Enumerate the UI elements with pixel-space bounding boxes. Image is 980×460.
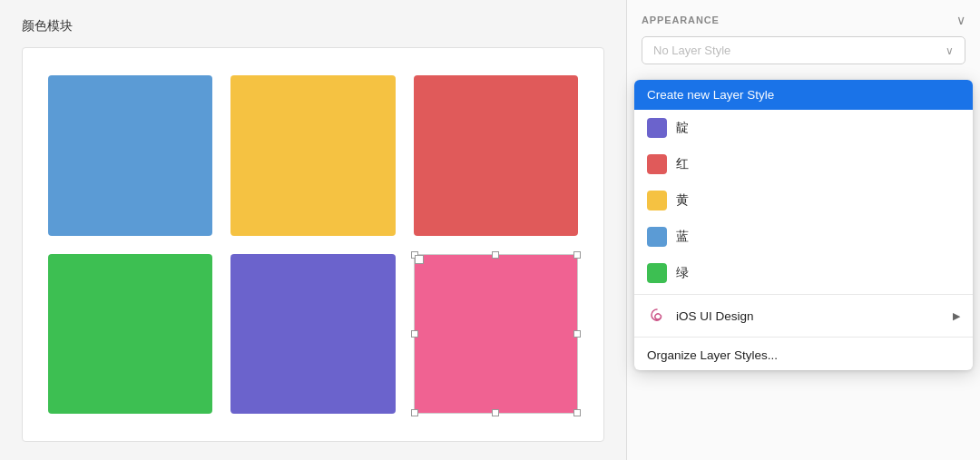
style-label-jing: 靛: [676, 120, 689, 136]
layer-style-menu: Create new Layer Style 靛 红 黄 蓝 绿: [634, 80, 973, 370]
swatch-green: [647, 263, 667, 283]
right-panel: APPEARANCE ∨ No Layer Style ∨ Create new…: [626, 0, 980, 460]
canvas-title: 颜色模块: [22, 18, 604, 34]
handle-mr[interactable]: [573, 330, 581, 338]
ios-ui-label: iOS UI Design: [676, 309, 754, 323]
color-block-red[interactable]: [414, 75, 578, 236]
swatch-yellow: [647, 191, 667, 210]
handle-tl[interactable]: [411, 251, 418, 259]
organize-label: Organize Layer Styles...: [647, 348, 778, 362]
handle-bm[interactable]: [492, 409, 499, 416]
dropdown-divider-1: [634, 294, 973, 295]
left-panel: 颜色模块: [0, 0, 626, 460]
style-label-hong: 红: [676, 156, 689, 172]
color-block-blue[interactable]: [48, 75, 212, 236]
ios-ui-design-item[interactable]: iOS UI Design ▶: [634, 298, 973, 334]
handle-br[interactable]: [573, 409, 581, 416]
create-new-layer-style-item[interactable]: Create new Layer Style: [634, 80, 973, 110]
style-item-jing[interactable]: 靛: [634, 110, 973, 146]
color-block-pink[interactable]: [414, 254, 578, 415]
swatch-purple: [647, 118, 667, 138]
handle-bl[interactable]: [411, 409, 418, 416]
style-label-lv: 绿: [676, 265, 689, 281]
ios-ui-icon: [647, 306, 667, 326]
style-item-lan[interactable]: 蓝: [634, 219, 973, 255]
layer-style-label: No Layer Style: [653, 44, 730, 57]
style-label-huang: 黄: [676, 192, 689, 209]
layer-style-arrow-icon: ∨: [946, 44, 954, 57]
appearance-header: APPEARANCE ∨: [627, 0, 980, 36]
appearance-chevron-icon[interactable]: ∨: [956, 13, 965, 27]
organize-layer-styles-item[interactable]: Organize Layer Styles...: [634, 340, 973, 370]
appearance-title: APPEARANCE: [642, 15, 720, 25]
handle-tr[interactable]: [573, 251, 581, 259]
color-block-green[interactable]: [48, 254, 212, 415]
handle-tm[interactable]: [492, 251, 499, 259]
color-block-yellow[interactable]: [230, 75, 395, 236]
swatch-blue: [647, 227, 667, 247]
layer-style-dropdown[interactable]: No Layer Style ∨: [642, 36, 965, 64]
color-block-purple[interactable]: [230, 254, 395, 415]
create-new-label: Create new Layer Style: [647, 88, 774, 102]
swatch-red: [647, 154, 667, 174]
style-label-lan: 蓝: [676, 229, 689, 245]
canvas-area: [22, 47, 604, 442]
style-item-lv[interactable]: 绿: [634, 255, 973, 291]
style-item-hong[interactable]: 红: [634, 146, 973, 182]
dropdown-divider-2: [634, 337, 973, 338]
submenu-arrow-icon: ▶: [953, 310, 960, 322]
handle-ml[interactable]: [411, 330, 418, 338]
style-item-huang[interactable]: 黄: [634, 182, 973, 219]
